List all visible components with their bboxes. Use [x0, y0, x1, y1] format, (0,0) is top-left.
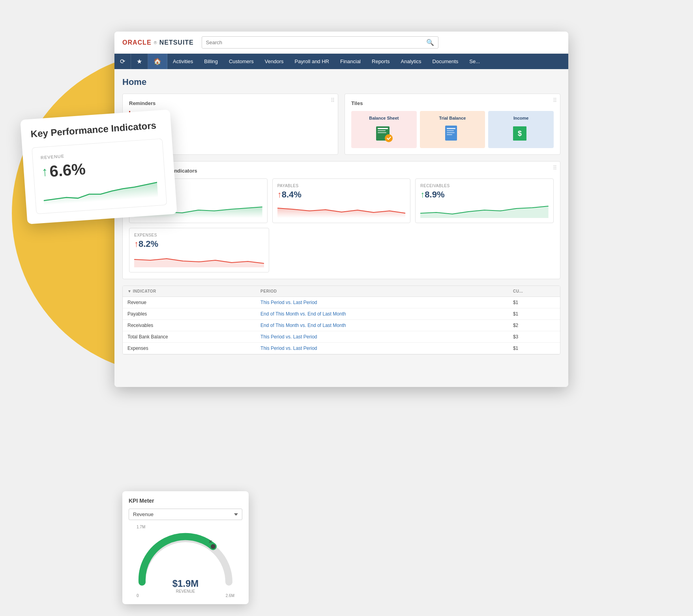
kpi-meter-card: KPI Meter Revenue Payables Receivables 1…	[122, 491, 249, 604]
gauge-top-label: 1.7M	[133, 525, 238, 529]
nav-item-financial[interactable]: Financial	[335, 54, 366, 69]
kpi-card-expenses: EXPENSES ↑8.2%	[129, 228, 269, 272]
tiles-section: ⠿ Tiles Balance Sheet	[345, 94, 560, 155]
svg-rect-6	[447, 128, 455, 129]
tile-icon-2	[442, 124, 462, 143]
table-row: Revenue This Period vs. Last Period $1	[123, 297, 560, 308]
fkpi-sparkline	[43, 178, 158, 205]
search-icon: 🔍	[426, 39, 434, 46]
tile-trial-balance[interactable]: Trial Balance	[420, 111, 485, 148]
kpi-card-receivables: RECEIVABLES ↑8.9%	[415, 178, 554, 223]
cell-period[interactable]: End of This Month vs. End of Last Month	[256, 308, 508, 320]
cell-indicator: Total Bank Balance	[123, 331, 256, 343]
col-header-currency: CU...	[508, 286, 560, 297]
svg-point-4	[385, 134, 393, 142]
table-body: Revenue This Period vs. Last Period $1 P…	[123, 297, 560, 354]
kpi-label-expenses: EXPENSES	[134, 233, 264, 237]
fkpi-value: ↑ 6.6%	[41, 155, 156, 181]
svg-point-13	[211, 544, 215, 549]
kpi-section-title: Key Performance Indicators	[129, 168, 554, 174]
nav-history-icon[interactable]: ⟳	[114, 54, 131, 69]
kpi-arrow-receivables: ↑	[420, 190, 425, 199]
svg-rect-3	[378, 132, 386, 133]
nav-item-billing[interactable]: Billing	[199, 54, 223, 69]
kpi-value-expenses: ↑8.2%	[134, 239, 264, 249]
svg-rect-9	[447, 134, 452, 135]
tiles-grid: Balance Sheet	[351, 111, 554, 148]
app-header: ORACLE ® NETSUITE 🔍	[114, 32, 568, 54]
kpi-meter-title: KPI Meter	[129, 498, 242, 504]
drag-handle[interactable]: ⠿	[331, 97, 335, 103]
gauge-min-label: 0	[137, 593, 139, 598]
floating-kpi-title: Key Performance Indicators	[30, 120, 162, 140]
table-row: Expenses This Period vs. Last Period $1	[123, 343, 560, 354]
gauge-center-value: $1.9M	[172, 578, 199, 589]
logo-tm: ®	[154, 40, 157, 45]
tile-icon-1	[374, 124, 394, 143]
tile-label-2: Trial Balance	[439, 116, 466, 120]
cell-period[interactable]: This Period vs. Last Period	[256, 297, 508, 308]
tiles-title: Tiles	[351, 100, 554, 106]
nav-bar: ⟳ ★ 🏠 Activities Billing Customers Vendo…	[114, 54, 568, 69]
nav-home-icon[interactable]: 🏠	[148, 54, 167, 69]
col-header-indicator: ▼ INDICATOR	[123, 286, 256, 297]
nav-item-settings[interactable]: Se...	[464, 54, 485, 69]
reminders-title: Reminders	[129, 100, 332, 106]
logo-netsuite: NETSUITE	[159, 39, 194, 46]
dashboard-grid: ⠿ Reminders 11 Period... ⠿ Tiles Balance…	[122, 94, 560, 355]
sort-icon[interactable]: ▼	[127, 289, 131, 293]
kpi-grid: REVENUE ↑6.6%	[129, 178, 554, 223]
cell-indicator: Receivables	[123, 320, 256, 331]
data-table: ▼ INDICATOR PERIOD CU... Revenue This Pe…	[123, 286, 560, 354]
drag-handle-tiles[interactable]: ⠿	[553, 97, 557, 103]
kpi-label-payables: PAYABLES	[277, 184, 406, 188]
search-bar[interactable]: 🔍	[202, 36, 438, 49]
svg-rect-2	[378, 130, 386, 131]
logo-oracle: ORACLE	[122, 39, 152, 46]
nav-item-payroll[interactable]: Payroll and HR	[289, 54, 335, 69]
gauge-bottom-labels: 0 2.6M	[133, 593, 238, 598]
tile-icon-3: $	[511, 124, 531, 143]
gauge-container: 1.7M ✕ $1.9M REVENUE 0 2.6M	[129, 525, 242, 598]
nav-item-vendors[interactable]: Vendors	[259, 54, 289, 69]
nav-item-reports[interactable]: Reports	[366, 54, 395, 69]
page-title: Home	[122, 77, 560, 87]
svg-rect-1	[378, 128, 388, 129]
browser-window: ORACLE ® NETSUITE 🔍 ⟳ ★ 🏠 Activities Bil…	[114, 32, 568, 387]
tile-income[interactable]: Income $	[488, 111, 554, 148]
nav-item-activities[interactable]: Activities	[167, 54, 199, 69]
kpi-section: ⠿ Key Performance Indicators REVENUE ↑6.…	[122, 161, 560, 279]
kpi-value-receivables: ↑8.9%	[420, 190, 549, 200]
svg-rect-8	[447, 132, 455, 133]
logo: ORACLE ® NETSUITE	[122, 39, 194, 46]
fkpi-number: 6.6%	[49, 160, 86, 180]
drag-handle-kpi[interactable]: ⠿	[553, 165, 557, 171]
kpi-arrow-payables: ↑	[277, 190, 282, 199]
floating-kpi-inner: REVENUE ↑ 6.6%	[32, 139, 167, 214]
svg-rect-7	[447, 130, 454, 131]
col-header-period: PERIOD	[256, 286, 508, 297]
kpi-value-payables: ↑8.4%	[277, 190, 406, 200]
cell-period[interactable]: This Period vs. Last Period	[256, 331, 508, 343]
tile-balance-sheet[interactable]: Balance Sheet	[351, 111, 417, 148]
cell-period[interactable]: This Period vs. Last Period	[256, 343, 508, 354]
cell-value: $1	[508, 308, 560, 320]
cell-value: $1	[508, 297, 560, 308]
cell-value: $3	[508, 331, 560, 343]
gauge-svg: ✕	[134, 531, 237, 586]
cell-indicator: Payables	[123, 308, 256, 320]
cell-value: $2	[508, 320, 560, 331]
meter-dropdown[interactable]: Revenue Payables Receivables	[129, 509, 242, 520]
nav-item-documents[interactable]: Documents	[427, 54, 464, 69]
table-row: Total Bank Balance This Period vs. Last …	[123, 331, 560, 343]
nav-item-customers[interactable]: Customers	[223, 54, 259, 69]
floating-kpi-card: Key Performance Indicators REVENUE ↑ 6.6…	[20, 109, 177, 224]
cell-value: $1	[508, 343, 560, 354]
cell-period[interactable]: End of This Month vs. End of Last Month	[256, 320, 508, 331]
tile-label-3: Income	[513, 116, 529, 120]
sparkline-receivables	[420, 202, 549, 218]
table-section: ▼ INDICATOR PERIOD CU... Revenue This Pe…	[122, 285, 560, 355]
nav-item-analytics[interactable]: Analytics	[395, 54, 427, 69]
search-input[interactable]	[206, 39, 423, 45]
nav-favorites-icon[interactable]: ★	[131, 54, 148, 69]
